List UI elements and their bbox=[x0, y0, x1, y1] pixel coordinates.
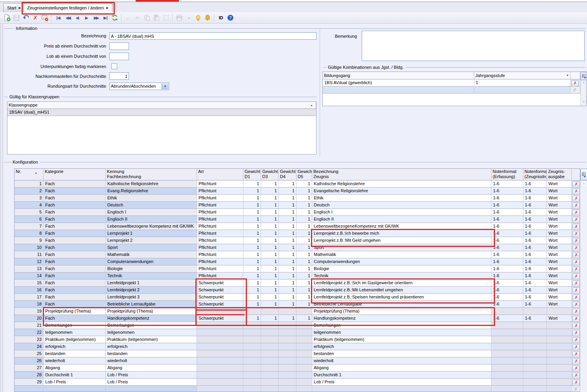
cell-gewicht-d1[interactable] bbox=[243, 372, 261, 379]
delete-row-button[interactable]: ✗ bbox=[572, 202, 580, 209]
cell-notenformat-erfassung[interactable] bbox=[491, 308, 523, 315]
scroll-up-icon[interactable]: ▲ bbox=[582, 80, 585, 84]
cell-gewicht-d5[interactable]: 1 bbox=[296, 188, 312, 195]
cell-notenformat-zeugnisdruck[interactable]: 1-6 bbox=[523, 209, 547, 216]
cell-nr[interactable]: 13 bbox=[15, 265, 44, 272]
cell-bezeichnung[interactable]: Sport bbox=[312, 244, 491, 251]
chevron-down-icon[interactable]: ▼ bbox=[162, 83, 168, 89]
tab-start[interactable]: Start× bbox=[3, 3, 25, 12]
cell-gewicht-d3[interactable] bbox=[261, 329, 279, 336]
cell-gewicht-d3[interactable]: 1 bbox=[261, 195, 279, 202]
cell-kategorie[interactable]: Fach bbox=[44, 188, 106, 195]
cell-notenformat-zeugnisdruck[interactable]: 1-6 bbox=[523, 315, 547, 322]
cell-notenformat-zeugnisdruck[interactable]: 1-6 bbox=[523, 294, 547, 301]
cell-notenformat-zeugnisdruck[interactable] bbox=[523, 386, 547, 392]
cell-zeugnisausgabe[interactable]: Wort bbox=[547, 258, 572, 265]
delete-row-button[interactable]: ✗ bbox=[572, 259, 580, 265]
cell-gewicht-d1[interactable] bbox=[243, 379, 261, 386]
cell-gewicht-d5[interactable] bbox=[296, 372, 312, 379]
cell-nr[interactable]: 4 bbox=[15, 202, 44, 209]
cell-art[interactable]: Pflichtunt bbox=[197, 230, 243, 237]
cell-notenformat-zeugnisdruck[interactable]: 1-6 bbox=[523, 188, 547, 195]
cell-kategorie[interactable]: Fach bbox=[44, 230, 106, 237]
cell-notenformat-zeugnisdruck[interactable]: 1-6 bbox=[523, 195, 547, 202]
cell-notenformat-zeugnisdruck[interactable] bbox=[523, 372, 547, 379]
paste-icon[interactable] bbox=[152, 13, 161, 22]
cell-art[interactable] bbox=[197, 329, 243, 336]
cell-zeugnisausgabe[interactable]: Wort bbox=[547, 202, 572, 209]
cell-kennung[interactable]: Sport bbox=[106, 244, 197, 251]
cell-zeugnisausgabe[interactable]: Wort bbox=[547, 315, 572, 322]
delete-row-button[interactable]: ✗ bbox=[572, 337, 580, 343]
cell-nr[interactable]: 16 bbox=[15, 287, 44, 294]
cell-gewicht-d4[interactable]: 1 bbox=[279, 265, 296, 272]
cell-nr[interactable]: 23 bbox=[15, 336, 44, 343]
column-header-aus[interactable]: Zeugnis- ausgabe bbox=[547, 169, 572, 180]
kombinationen-scrollbar[interactable]: ▲ ▼ bbox=[580, 79, 587, 106]
cell-kategorie[interactable]: Projektprüfung (Thema) bbox=[44, 308, 106, 315]
cell-gewicht-d5[interactable]: 1 bbox=[296, 223, 312, 230]
delete-record-icon[interactable]: ✗ bbox=[31, 13, 40, 22]
cell-bezeichnung[interactable]: bestanden bbox=[312, 350, 491, 357]
cell-zeugnisausgabe[interactable]: Wort bbox=[547, 209, 572, 216]
field-chooser-button[interactable] bbox=[580, 72, 587, 80]
cell-bezeichnung[interactable]: Biologie bbox=[312, 265, 491, 272]
last-record-icon[interactable]: ▶| bbox=[101, 13, 110, 22]
cell-zeugnisausgabe[interactable] bbox=[547, 372, 572, 379]
cell-nr[interactable]: 12 bbox=[15, 258, 44, 265]
delete-row-button[interactable]: ✗ bbox=[572, 323, 580, 329]
cell-gewicht-d1[interactable] bbox=[243, 308, 261, 315]
cell-gewicht-d1[interactable]: 1 bbox=[243, 216, 261, 223]
delete-row-button[interactable]: ✗ bbox=[572, 217, 580, 223]
cell-gewicht-d5[interactable]: 1 bbox=[296, 209, 312, 216]
cell-kategorie[interactable]: Bemerkungen bbox=[44, 322, 106, 329]
delete-row-button[interactable]: ✗ bbox=[572, 231, 580, 237]
cell-gewicht-d1[interactable]: 1 bbox=[243, 265, 261, 272]
scroll-down-icon[interactable]: ▼ bbox=[582, 100, 585, 104]
cell-notenformat-zeugnisdruck[interactable] bbox=[523, 336, 547, 343]
cell-notenformat-zeugnisdruck[interactable] bbox=[523, 364, 547, 372]
cell-zeugnisausgabe[interactable]: Wort bbox=[547, 294, 572, 301]
delete-row-button[interactable]: ✗ bbox=[572, 238, 580, 244]
cell-gewicht-d3[interactable]: 1 bbox=[261, 244, 279, 251]
cell-notenformat-zeugnisdruck[interactable]: 1-6 bbox=[523, 301, 547, 308]
cell-gewicht-d5[interactable]: 1 bbox=[296, 280, 312, 287]
cell-art[interactable] bbox=[197, 372, 243, 379]
cell-nr[interactable]: 27 bbox=[15, 364, 44, 372]
cell-gewicht-d4[interactable]: 1 bbox=[279, 244, 296, 251]
delete-row-button[interactable]: ✗ bbox=[572, 287, 580, 294]
cell-kategorie[interactable]: Fach bbox=[44, 244, 106, 251]
cell-notenformat-zeugnisdruck[interactable]: 1-6 bbox=[523, 223, 547, 230]
cell-kategorie[interactable]: Fach bbox=[44, 216, 106, 223]
cell-gewicht-d4[interactable]: 1 bbox=[279, 287, 296, 294]
cell-bezeichnung[interactable] bbox=[312, 386, 491, 392]
cell-nr[interactable] bbox=[15, 386, 44, 392]
cell-kategorie[interactable]: teilgenommen bbox=[44, 329, 106, 336]
column-header-bildungsgang[interactable]: Bildungsgang bbox=[323, 72, 474, 79]
cell-bezeichnung[interactable]: Mathematik bbox=[312, 251, 491, 258]
cell-art[interactable] bbox=[197, 308, 243, 315]
cell-zeugnisausgabe[interactable]: Wort bbox=[547, 272, 572, 280]
cell-nr[interactable]: 24 bbox=[15, 343, 44, 350]
cell-notenformat-erfassung[interactable]: 1-6 bbox=[491, 315, 523, 322]
delete-row-button[interactable]: ✗ bbox=[572, 316, 580, 322]
notification-icon[interactable] bbox=[203, 13, 212, 22]
cell-gewicht-d3[interactable]: 1 bbox=[261, 258, 279, 265]
cell-zeugnisausgabe[interactable]: Wort bbox=[547, 180, 572, 188]
cell-kategorie[interactable]: Praktikum (teilgenommen) bbox=[44, 336, 106, 343]
cell-gewicht-d5[interactable]: 1 bbox=[296, 180, 312, 188]
field-chooser-button[interactable] bbox=[580, 169, 587, 180]
cell-kennung[interactable]: Englisch II bbox=[106, 216, 197, 223]
kombination-cell-bildungsgang[interactable]: 1BS AVdual (gewerblich) bbox=[323, 79, 474, 86]
cell-gewicht-d4[interactable]: 1 bbox=[279, 223, 296, 230]
cell-gewicht-d4[interactable] bbox=[279, 372, 296, 379]
cell-zeugnisausgabe[interactable] bbox=[547, 308, 572, 315]
cell-bezeichnung[interactable]: wiederholt bbox=[312, 357, 491, 364]
delete-row-button[interactable]: ✗ bbox=[572, 344, 580, 350]
cell-kategorie[interactable]: Fach bbox=[44, 258, 106, 265]
cell-zeugnisausgabe[interactable] bbox=[547, 322, 572, 329]
delete-row-button[interactable]: ✗ bbox=[572, 181, 580, 188]
select-region-icon[interactable] bbox=[161, 13, 171, 22]
delete-row-button[interactable]: ✗ bbox=[572, 294, 580, 301]
cell-kennung[interactable]: Technik bbox=[106, 272, 197, 280]
